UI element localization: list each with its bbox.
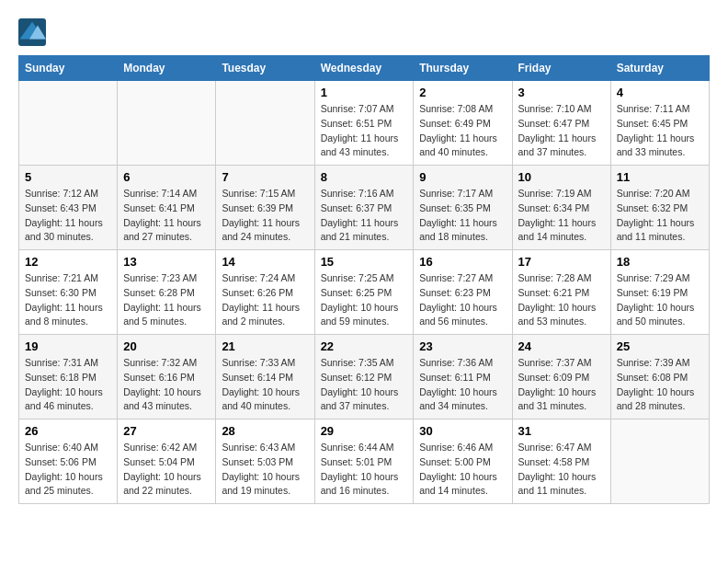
daylight-text: Daylight: 10 hours and 40 minutes. bbox=[222, 386, 300, 412]
sunset-text: Sunset: 6:34 PM bbox=[518, 202, 590, 213]
day-number: 27 bbox=[123, 424, 210, 438]
sunset-text: Sunset: 6:19 PM bbox=[617, 287, 688, 298]
calendar-cell: 27 Sunrise: 6:42 AM Sunset: 5:04 PM Dayl… bbox=[118, 419, 216, 504]
calendar-cell bbox=[118, 81, 216, 166]
day-number: 7 bbox=[222, 170, 308, 184]
sunset-text: Sunset: 6:47 PM bbox=[518, 118, 590, 129]
sunset-text: Sunset: 6:32 PM bbox=[617, 202, 688, 213]
calendar-cell: 31 Sunrise: 6:47 AM Sunset: 4:58 PM Dayl… bbox=[512, 419, 610, 504]
weekday-header-thursday: Thursday bbox=[414, 56, 512, 81]
daylight-text: Daylight: 10 hours and 11 minutes. bbox=[518, 471, 597, 497]
daylight-text: Daylight: 11 hours and 33 minutes. bbox=[617, 132, 695, 158]
sunrise-text: Sunrise: 6:44 AM bbox=[321, 442, 394, 453]
calendar-cell: 13 Sunrise: 7:23 AM Sunset: 6:28 PM Dayl… bbox=[118, 250, 216, 335]
calendar-cell: 8 Sunrise: 7:16 AM Sunset: 6:37 PM Dayli… bbox=[314, 166, 414, 250]
day-info: Sunrise: 7:12 AM Sunset: 6:43 PM Dayligh… bbox=[25, 187, 111, 245]
daylight-text: Daylight: 11 hours and 14 minutes. bbox=[518, 217, 597, 243]
day-info: Sunrise: 7:20 AM Sunset: 6:32 PM Dayligh… bbox=[617, 187, 703, 245]
daylight-text: Daylight: 11 hours and 2 minutes. bbox=[222, 302, 300, 327]
day-number: 17 bbox=[518, 255, 605, 269]
sunset-text: Sunset: 6:26 PM bbox=[222, 287, 293, 298]
daylight-text: Daylight: 11 hours and 8 minutes. bbox=[25, 302, 103, 327]
sunset-text: Sunset: 6:23 PM bbox=[419, 287, 491, 298]
logo-icon bbox=[18, 18, 46, 46]
weekday-header-tuesday: Tuesday bbox=[216, 56, 314, 81]
calendar-week-row: 1 Sunrise: 7:07 AM Sunset: 6:51 PM Dayli… bbox=[19, 81, 710, 166]
day-number: 26 bbox=[25, 424, 111, 438]
day-info: Sunrise: 7:25 AM Sunset: 6:25 PM Dayligh… bbox=[321, 271, 408, 329]
daylight-text: Daylight: 10 hours and 53 minutes. bbox=[518, 302, 597, 327]
day-info: Sunrise: 7:31 AM Sunset: 6:18 PM Dayligh… bbox=[25, 356, 111, 414]
day-number: 2 bbox=[419, 86, 506, 99]
daylight-text: Daylight: 10 hours and 22 minutes. bbox=[123, 471, 201, 497]
sunrise-text: Sunrise: 7:24 AM bbox=[222, 272, 295, 283]
calendar-cell: 25 Sunrise: 7:39 AM Sunset: 6:08 PM Dayl… bbox=[610, 335, 709, 419]
day-number: 29 bbox=[321, 424, 408, 438]
calendar-cell bbox=[610, 419, 709, 504]
daylight-text: Daylight: 10 hours and 56 minutes. bbox=[419, 302, 497, 327]
daylight-text: Daylight: 11 hours and 43 minutes. bbox=[321, 132, 399, 158]
day-number: 22 bbox=[321, 339, 408, 353]
sunrise-text: Sunrise: 7:20 AM bbox=[617, 188, 690, 199]
daylight-text: Daylight: 11 hours and 5 minutes. bbox=[123, 302, 201, 327]
calendar-table: SundayMondayTuesdayWednesdayThursdayFrid… bbox=[18, 55, 710, 504]
sunrise-text: Sunrise: 6:46 AM bbox=[419, 442, 493, 453]
day-number: 12 bbox=[25, 255, 111, 269]
sunrise-text: Sunrise: 7:27 AM bbox=[419, 272, 493, 283]
day-info: Sunrise: 7:08 AM Sunset: 6:49 PM Dayligh… bbox=[419, 102, 506, 160]
day-info: Sunrise: 7:17 AM Sunset: 6:35 PM Dayligh… bbox=[419, 187, 506, 245]
day-info: Sunrise: 7:14 AM Sunset: 6:41 PM Dayligh… bbox=[123, 187, 210, 245]
day-number: 20 bbox=[123, 339, 210, 353]
day-info: Sunrise: 7:23 AM Sunset: 6:28 PM Dayligh… bbox=[123, 271, 210, 329]
calendar-cell: 6 Sunrise: 7:14 AM Sunset: 6:41 PM Dayli… bbox=[118, 166, 216, 250]
sunrise-text: Sunrise: 7:33 AM bbox=[222, 357, 295, 368]
day-info: Sunrise: 7:11 AM Sunset: 6:45 PM Dayligh… bbox=[617, 102, 703, 160]
weekday-header-friday: Friday bbox=[512, 56, 610, 81]
calendar-cell: 21 Sunrise: 7:33 AM Sunset: 6:14 PM Dayl… bbox=[216, 335, 314, 419]
sunrise-text: Sunrise: 6:43 AM bbox=[222, 442, 295, 453]
sunset-text: Sunset: 6:35 PM bbox=[419, 202, 491, 213]
calendar-cell: 16 Sunrise: 7:27 AM Sunset: 6:23 PM Dayl… bbox=[414, 250, 512, 335]
daylight-text: Daylight: 11 hours and 24 minutes. bbox=[222, 217, 300, 243]
page-header bbox=[18, 18, 710, 46]
day-info: Sunrise: 6:44 AM Sunset: 5:01 PM Dayligh… bbox=[321, 441, 408, 499]
sunset-text: Sunset: 5:04 PM bbox=[123, 456, 195, 467]
sunset-text: Sunset: 6:25 PM bbox=[321, 287, 392, 298]
calendar-cell: 7 Sunrise: 7:15 AM Sunset: 6:39 PM Dayli… bbox=[216, 166, 314, 250]
day-number: 1 bbox=[321, 86, 408, 99]
day-number: 28 bbox=[222, 424, 308, 438]
calendar-cell: 30 Sunrise: 6:46 AM Sunset: 5:00 PM Dayl… bbox=[414, 419, 512, 504]
sunset-text: Sunset: 5:00 PM bbox=[419, 456, 491, 467]
day-number: 5 bbox=[25, 170, 111, 184]
sunset-text: Sunset: 6:45 PM bbox=[617, 118, 688, 129]
sunrise-text: Sunrise: 7:23 AM bbox=[123, 272, 197, 283]
day-number: 6 bbox=[123, 170, 210, 184]
calendar-cell: 15 Sunrise: 7:25 AM Sunset: 6:25 PM Dayl… bbox=[314, 250, 414, 335]
calendar-cell bbox=[216, 81, 314, 166]
calendar-cell bbox=[19, 81, 118, 166]
day-info: Sunrise: 6:43 AM Sunset: 5:03 PM Dayligh… bbox=[222, 441, 308, 499]
sunset-text: Sunset: 6:09 PM bbox=[518, 372, 590, 383]
sunrise-text: Sunrise: 7:37 AM bbox=[518, 357, 592, 368]
sunrise-text: Sunrise: 7:11 AM bbox=[617, 103, 690, 114]
sunrise-text: Sunrise: 7:31 AM bbox=[25, 357, 98, 368]
sunrise-text: Sunrise: 7:21 AM bbox=[25, 272, 98, 283]
day-number: 31 bbox=[518, 424, 605, 438]
sunrise-text: Sunrise: 7:25 AM bbox=[321, 272, 394, 283]
day-info: Sunrise: 7:27 AM Sunset: 6:23 PM Dayligh… bbox=[419, 271, 506, 329]
daylight-text: Daylight: 11 hours and 11 minutes. bbox=[617, 217, 695, 243]
day-number: 16 bbox=[419, 255, 506, 269]
sunset-text: Sunset: 6:28 PM bbox=[123, 287, 195, 298]
sunrise-text: Sunrise: 6:47 AM bbox=[518, 442, 592, 453]
sunrise-text: Sunrise: 7:10 AM bbox=[518, 103, 592, 114]
daylight-text: Daylight: 11 hours and 30 minutes. bbox=[25, 217, 103, 243]
sunrise-text: Sunrise: 7:17 AM bbox=[419, 188, 493, 199]
sunset-text: Sunset: 4:58 PM bbox=[518, 456, 590, 467]
day-info: Sunrise: 6:47 AM Sunset: 4:58 PM Dayligh… bbox=[518, 441, 605, 499]
sunset-text: Sunset: 6:43 PM bbox=[25, 202, 97, 213]
sunrise-text: Sunrise: 7:15 AM bbox=[222, 188, 295, 199]
day-info: Sunrise: 7:39 AM Sunset: 6:08 PM Dayligh… bbox=[617, 356, 703, 414]
day-number: 11 bbox=[617, 170, 703, 184]
day-info: Sunrise: 7:10 AM Sunset: 6:47 PM Dayligh… bbox=[518, 102, 605, 160]
sunset-text: Sunset: 6:18 PM bbox=[25, 372, 97, 383]
